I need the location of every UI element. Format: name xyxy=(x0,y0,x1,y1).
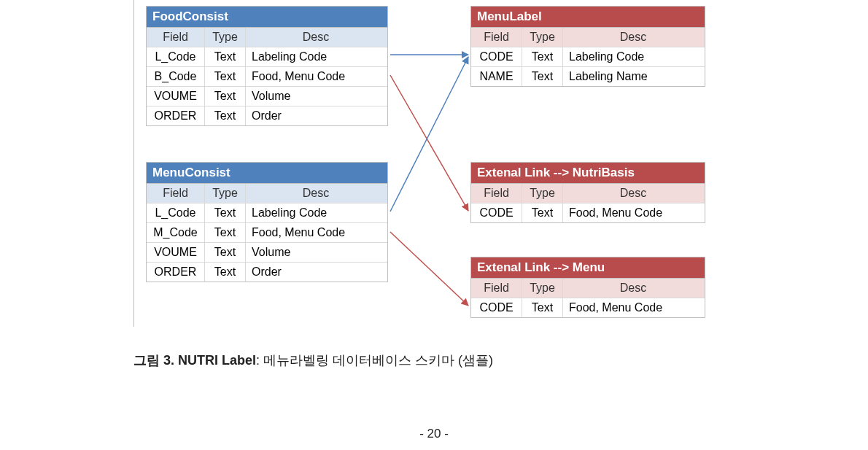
cell-desc: Labeling Code xyxy=(246,47,384,66)
table-row: CODE Text Food, Menu Code xyxy=(471,298,705,317)
schema-header-row: Field Type Desc xyxy=(147,28,387,47)
schema-extlink-menu: Extenal Link --> Menu Field Type Desc CO… xyxy=(470,257,705,318)
col-header-desc: Desc xyxy=(563,28,702,47)
schema-header-row: Field Type Desc xyxy=(471,28,705,47)
cell-desc: Food, Menu Code xyxy=(246,67,384,86)
cell-field: VOUME xyxy=(147,87,205,106)
cell-type: Text xyxy=(522,203,563,222)
cell-desc: Labeling Code xyxy=(246,203,384,222)
table-row: VOUME Text Volume xyxy=(147,87,387,106)
schema-header-row: Field Type Desc xyxy=(471,184,705,203)
schema-title: Extenal Link --> Menu xyxy=(471,257,705,279)
cell-type: Text xyxy=(522,47,563,66)
left-margin-line xyxy=(133,0,134,327)
cell-desc: Labeling Name xyxy=(563,67,702,86)
cell-type: Text xyxy=(522,67,563,86)
col-header-desc: Desc xyxy=(563,184,702,203)
arrow-foodconsist-bcode-to-nutribasis-code xyxy=(390,75,468,211)
cell-desc: Order xyxy=(246,106,384,125)
table-row: ORDER Text Order xyxy=(147,263,387,282)
col-header-field: Field xyxy=(147,184,205,203)
schema-header-row: Field Type Desc xyxy=(147,184,387,203)
cell-type: Text xyxy=(205,223,246,242)
schema-header-row: Field Type Desc xyxy=(471,279,705,298)
cell-field: CODE xyxy=(471,47,522,66)
col-header-field: Field xyxy=(471,184,522,203)
cell-field: CODE xyxy=(471,298,522,317)
cell-desc: Food, Menu Code xyxy=(246,223,384,242)
schema-title: MenuLabel xyxy=(471,7,705,28)
cell-desc: Labeling Code xyxy=(563,47,702,66)
cell-field: ORDER xyxy=(147,106,205,125)
col-header-field: Field xyxy=(471,28,522,47)
cell-type: Text xyxy=(205,106,246,125)
schema-extlink-nutribasis: Extenal Link --> NutriBasis Field Type D… xyxy=(470,162,705,223)
table-row: VOUME Text Volume xyxy=(147,243,387,263)
col-header-field: Field xyxy=(147,28,205,47)
cell-desc: Volume xyxy=(246,87,384,106)
cell-type: Text xyxy=(205,243,246,262)
arrow-menuconsist-lcode-to-menulabel-code xyxy=(390,57,468,212)
arrow-menuconsist-mcode-to-menu-code xyxy=(390,232,468,306)
cell-field: CODE xyxy=(471,203,522,222)
cell-type: Text xyxy=(205,67,246,86)
cell-field: L_Code xyxy=(147,203,205,222)
cell-field: M_Code xyxy=(147,223,205,242)
col-header-field: Field xyxy=(471,279,522,298)
cell-type: Text xyxy=(522,298,563,317)
schema-menuconsist: MenuConsist Field Type Desc L_Code Text … xyxy=(146,162,388,282)
cell-type: Text xyxy=(205,87,246,106)
table-row: L_Code Text Labeling Code xyxy=(147,47,387,67)
schema-title: Extenal Link --> NutriBasis xyxy=(471,163,705,184)
col-header-desc: Desc xyxy=(246,184,384,203)
figure-caption-rest: : 메뉴라벨링 데이터베이스 스키마 (샘플) xyxy=(256,353,493,368)
table-row: L_Code Text Labeling Code xyxy=(147,203,387,223)
schema-title: FoodConsist xyxy=(147,7,387,28)
cell-field: ORDER xyxy=(147,263,205,282)
schema-foodconsist: FoodConsist Field Type Desc L_Code Text … xyxy=(146,6,388,126)
relationship-arrows xyxy=(0,0,868,450)
col-header-type: Type xyxy=(205,184,246,203)
col-header-type: Type xyxy=(205,28,246,47)
table-row: NAME Text Labeling Name xyxy=(471,67,705,86)
table-row: M_Code Text Food, Menu Code xyxy=(147,223,387,243)
cell-field: VOUME xyxy=(147,243,205,262)
col-header-desc: Desc xyxy=(563,279,702,298)
col-header-type: Type xyxy=(522,279,563,298)
cell-field: L_Code xyxy=(147,47,205,66)
table-row: ORDER Text Order xyxy=(147,106,387,125)
col-header-desc: Desc xyxy=(246,28,384,47)
figure-caption-prefix: 그림 3. NUTRI Label xyxy=(133,353,256,368)
table-row: B_Code Text Food, Menu Code xyxy=(147,67,387,87)
cell-desc: Food, Menu Code xyxy=(563,203,702,222)
cell-field: NAME xyxy=(471,67,522,86)
cell-desc: Volume xyxy=(246,243,384,262)
cell-desc: Food, Menu Code xyxy=(563,298,702,317)
page-number: - 20 - xyxy=(0,427,868,441)
schema-title: MenuConsist xyxy=(147,163,387,184)
cell-type: Text xyxy=(205,263,246,282)
cell-field: B_Code xyxy=(147,67,205,86)
cell-desc: Order xyxy=(246,263,384,282)
table-row: CODE Text Labeling Code xyxy=(471,47,705,67)
col-header-type: Type xyxy=(522,28,563,47)
col-header-type: Type xyxy=(522,184,563,203)
cell-type: Text xyxy=(205,47,246,66)
schema-menulabel: MenuLabel Field Type Desc CODE Text Labe… xyxy=(470,6,705,87)
figure-caption: 그림 3. NUTRI Label: 메뉴라벨링 데이터베이스 스키마 (샘플) xyxy=(133,352,732,369)
table-row: CODE Text Food, Menu Code xyxy=(471,203,705,222)
cell-type: Text xyxy=(205,203,246,222)
